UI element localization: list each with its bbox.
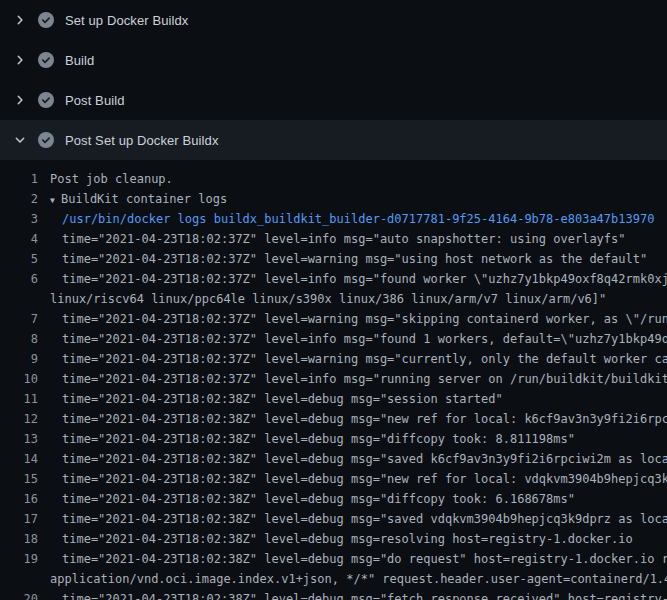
log-line-text: time="2021-04-23T18:02:37Z" level=warnin… (62, 249, 647, 269)
log-line-text: time="2021-04-23T18:02:38Z" level=debug … (62, 529, 633, 549)
log-line-number: 11 (0, 389, 38, 409)
log-line[interactable]: 3 /usr/bin/docker logs buildx_buildkit_b… (0, 209, 667, 229)
step-row[interactable]: Set up Docker Buildx (0, 0, 667, 40)
log-line[interactable]: 13 time="2021-04-23T18:02:38Z" level=deb… (0, 429, 667, 449)
log-line[interactable]: 20 time="2021-04-23T18:02:38Z" level=deb… (0, 589, 667, 600)
check-circle-icon (38, 52, 54, 68)
log-line[interactable]: 6 time="2021-04-23T18:02:37Z" level=info… (0, 269, 667, 289)
log-line-text: Post job cleanup. (50, 169, 173, 189)
chevron-right-icon[interactable] (13, 93, 27, 107)
log-line[interactable]: 18 time="2021-04-23T18:02:38Z" level=deb… (0, 529, 667, 549)
check-circle-icon (38, 92, 54, 108)
log-line-text: time="2021-04-23T18:02:38Z" level=debug … (62, 409, 667, 429)
log-line-number: 6 (0, 269, 38, 289)
log-line-number: 2 (0, 189, 38, 209)
log-line-number: 13 (0, 429, 38, 449)
log-line-text: time="2021-04-23T18:02:37Z" level=warnin… (62, 309, 667, 329)
chevron-right-icon[interactable] (13, 53, 27, 67)
log-line-number: 14 (0, 449, 38, 469)
log-line-number: 19 (0, 549, 38, 569)
log-line-number: 15 (0, 469, 38, 489)
log-line[interactable]: 16 time="2021-04-23T18:02:38Z" level=deb… (0, 489, 667, 509)
log-line[interactable]: linux/riscv64 linux/ppc64le linux/s390x … (0, 289, 667, 309)
check-circle-icon (38, 132, 54, 148)
step-label: Post Build (65, 94, 125, 107)
log-line-number: 8 (0, 329, 38, 349)
log-line[interactable]: 14 time="2021-04-23T18:02:38Z" level=deb… (0, 449, 667, 469)
log-line-text: linux/riscv64 linux/ppc64le linux/s390x … (50, 289, 606, 309)
log-line-text: time="2021-04-23T18:02:37Z" level=info m… (62, 269, 667, 289)
log-line[interactable]: 2 ▼BuildKit container logs (0, 189, 667, 209)
step-label: Post Set up Docker Buildx (65, 134, 219, 147)
log-line-text: time="2021-04-23T18:02:37Z" level=info m… (62, 229, 626, 249)
log-line-number: 7 (0, 309, 38, 329)
step-label: Build (65, 54, 94, 67)
log-line[interactable]: 9 time="2021-04-23T18:02:37Z" level=warn… (0, 349, 667, 369)
log-line[interactable]: 17 time="2021-04-23T18:02:38Z" level=deb… (0, 509, 667, 529)
step-label: Set up Docker Buildx (65, 14, 188, 27)
log-line[interactable]: 4 time="2021-04-23T18:02:37Z" level=info… (0, 229, 667, 249)
step-row[interactable]: Post Build (0, 80, 667, 120)
log-group-toggle-icon[interactable]: ▼ (50, 191, 61, 209)
log-line-number: 3 (0, 209, 38, 229)
log-line-number: 16 (0, 489, 38, 509)
log-line[interactable]: 12 time="2021-04-23T18:02:38Z" level=deb… (0, 409, 667, 429)
log-line-text: /usr/bin/docker logs buildx_buildkit_bui… (62, 209, 654, 229)
check-circle-icon (38, 12, 54, 28)
log-line-text: BuildKit container logs (61, 189, 227, 209)
step-row[interactable]: Post Set up Docker Buildx (0, 120, 667, 160)
chevron-down-icon[interactable] (13, 133, 27, 147)
log-line-text: time="2021-04-23T18:02:38Z" level=debug … (62, 549, 667, 569)
log-line[interactable]: application/vnd.oci.image.index.v1+json,… (0, 569, 667, 589)
log-line-text: time="2021-04-23T18:02:38Z" level=debug … (62, 429, 575, 449)
log-line-text: time="2021-04-23T18:02:37Z" level=info m… (62, 329, 667, 349)
log-line-text: time="2021-04-23T18:02:37Z" level=info m… (62, 369, 667, 389)
log-line[interactable]: 5 time="2021-04-23T18:02:37Z" level=warn… (0, 249, 667, 269)
chevron-right-icon[interactable] (13, 13, 27, 27)
log-line[interactable]: 7 time="2021-04-23T18:02:37Z" level=warn… (0, 309, 667, 329)
log-line-text: time="2021-04-23T18:02:38Z" level=debug … (62, 489, 575, 509)
log-line[interactable]: 15 time="2021-04-23T18:02:38Z" level=deb… (0, 469, 667, 489)
log-line[interactable]: 11 time="2021-04-23T18:02:38Z" level=deb… (0, 389, 667, 409)
log-line-text: time="2021-04-23T18:02:38Z" level=debug … (62, 589, 667, 600)
log-line[interactable]: 19 time="2021-04-23T18:02:38Z" level=deb… (0, 549, 667, 569)
log-line-number: 12 (0, 409, 38, 429)
log-line-number: 20 (0, 589, 38, 600)
log-line-number: 5 (0, 249, 38, 269)
log-line-number: 4 (0, 229, 38, 249)
log-line-number: 1 (0, 169, 38, 189)
log-line-text: time="2021-04-23T18:02:38Z" level=debug … (62, 509, 667, 529)
log-line-text: time="2021-04-23T18:02:38Z" level=debug … (62, 469, 667, 489)
steps-list: Set up Docker Buildx Build Post Buil (0, 0, 667, 160)
log-line[interactable]: 1 Post job cleanup. (0, 169, 667, 189)
log-area[interactable]: 1 Post job cleanup. 2 ▼BuildKit containe… (0, 160, 667, 600)
log-line-number: 18 (0, 529, 38, 549)
log-line-text: time="2021-04-23T18:02:38Z" level=debug … (62, 389, 503, 409)
log-line-number: 10 (0, 369, 38, 389)
log-line-text: time="2021-04-23T18:02:38Z" level=debug … (62, 449, 667, 469)
log-line[interactable]: 8 time="2021-04-23T18:02:37Z" level=info… (0, 329, 667, 349)
actions-log-viewer: Set up Docker Buildx Build Post Buil (0, 0, 667, 600)
log-line[interactable]: 10 time="2021-04-23T18:02:37Z" level=inf… (0, 369, 667, 389)
log-line-number: 9 (0, 349, 38, 369)
log-line-text: application/vnd.oci.image.index.v1+json,… (50, 569, 667, 589)
step-row[interactable]: Build (0, 40, 667, 80)
log-line-text: time="2021-04-23T18:02:37Z" level=warnin… (62, 349, 667, 369)
log-line-number: 17 (0, 509, 38, 529)
